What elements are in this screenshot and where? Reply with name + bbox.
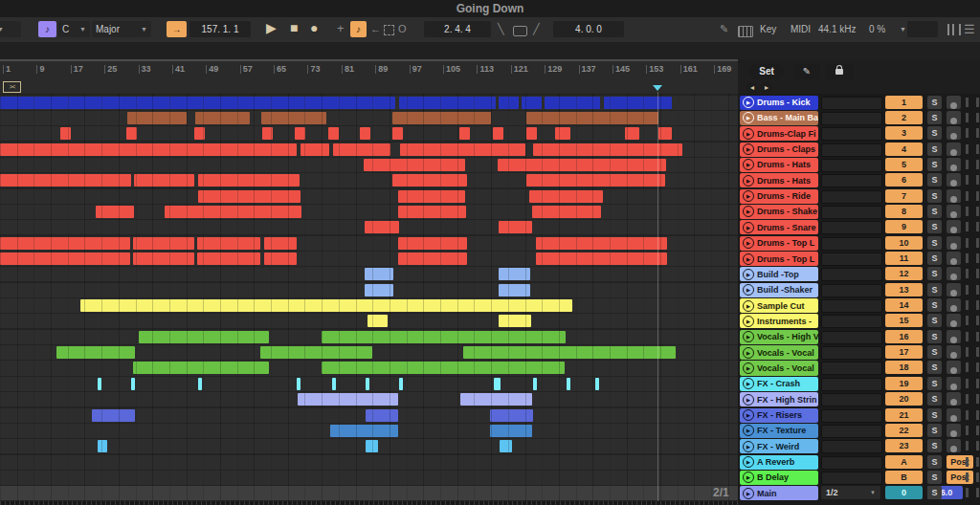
arm-button[interactable] [947,298,961,312]
track-title-11[interactable]: ▶Drums - Top L [740,252,818,266]
clip[interactable] [595,378,599,390]
track-lane-build-top[interactable] [0,267,738,281]
clip[interactable] [392,112,491,124]
track-title-20[interactable]: ▶FX - High Strin [740,392,818,406]
arm-button[interactable] [947,236,961,250]
track-number-badge[interactable]: 12 [885,267,923,280]
clip[interactable] [366,440,378,452]
ruler-bar-label[interactable]: 97 [410,65,422,74]
track-title-10[interactable]: ▶Drums - Top L [740,236,818,251]
solo-button[interactable]: S [927,298,942,312]
arm-button[interactable] [947,189,961,203]
track-number-badge[interactable]: 9 [885,220,923,233]
ruler-bar-label[interactable]: 169 [714,65,731,74]
solo-button[interactable]: S [927,96,942,109]
clip[interactable] [96,206,134,218]
track-title-15[interactable]: ▶Instruments - [740,314,818,328]
arm-button[interactable] [947,96,961,109]
clip[interactable] [197,237,260,250]
clip[interactable] [0,252,130,265]
track-title-A[interactable]: ▶A Reverb [740,455,818,470]
capture-midi-button[interactable]: O [398,23,407,34]
clip[interactable] [131,378,135,390]
clip[interactable] [366,378,369,390]
midi-overdub-toggle[interactable]: ♪ [350,21,367,37]
arm-button[interactable] [947,252,961,265]
clip[interactable] [526,112,658,124]
track-lane-fx-texture[interactable] [0,424,738,438]
clip[interactable] [194,127,205,140]
solo-button[interactable]: S [927,283,942,296]
ruler-bar-label[interactable]: 25 [104,65,117,74]
track-lane-main[interactable] [0,486,738,500]
track-lane-drums-snare[interactable] [0,220,738,234]
ruler-bar-label[interactable]: 1 [3,65,11,74]
clip[interactable] [260,346,372,359]
track-number-badge[interactable]: A [885,455,923,469]
track-title-1[interactable]: ▶Drums - Kick [740,96,818,110]
clip[interactable] [493,127,503,140]
clip[interactable] [133,362,269,374]
prev-marker-button[interactable]: ◂ [746,82,758,94]
track-lane-vocals-vocal[interactable] [0,345,738,360]
solo-button[interactable]: S [927,345,942,359]
ruler-bar-label[interactable]: 161 [680,65,698,74]
marker-draw-button[interactable]: ✎ [793,64,820,79]
loop-start-display[interactable]: 2. 4. 4 [424,21,491,37]
loop-brace-icon[interactable]: >< [3,81,21,93]
clip[interactable] [365,268,393,280]
clip[interactable] [264,237,297,250]
clip[interactable] [127,112,187,124]
clip[interactable] [98,378,101,390]
clip[interactable] [398,206,466,218]
follow-toggle[interactable]: → [167,21,187,37]
arm-button[interactable] [947,267,961,280]
track-number-badge[interactable]: 4 [885,143,923,156]
track-lane-drums-claps[interactable] [0,143,738,157]
clip[interactable] [567,378,570,390]
ruler-bar-label[interactable]: 65 [274,65,286,74]
track-title-17[interactable]: ▶Vocals - Vocal [740,345,818,360]
clip[interactable] [80,299,572,312]
ruler-bar-label[interactable]: 17 [71,65,83,74]
track-title-18[interactable]: ▶Vocals - Vocal [740,361,818,375]
solo-button[interactable]: S [927,392,942,406]
track-lane-vocals-high-v[interactable] [0,330,738,344]
lock-button[interactable] [826,64,853,79]
clip[interactable] [536,237,667,250]
track-number-badge[interactable]: 5 [885,158,923,171]
clip[interactable] [658,127,672,140]
track-number-badge[interactable]: 8 [885,205,923,218]
clip[interactable] [322,362,565,374]
track-lane-instruments-[interactable] [0,314,738,328]
solo-button[interactable]: S [927,455,942,469]
clip[interactable] [499,268,530,280]
arm-button[interactable] [947,361,961,374]
clip[interactable] [526,174,665,187]
arm-button[interactable] [947,439,961,452]
clip[interactable] [197,252,260,265]
clip[interactable] [399,97,496,109]
arm-button[interactable] [947,220,961,233]
main-meter-box[interactable]: 0 [885,486,923,499]
clip[interactable] [56,346,135,359]
beat-time-ruler[interactable]: 1917253341495765738189971051131211291371… [0,61,738,95]
clip[interactable] [604,97,672,109]
scale-mode-toggle[interactable]: ♪ [38,21,56,37]
clip[interactable] [198,378,202,390]
clip[interactable] [533,378,537,390]
arm-button[interactable] [947,345,961,359]
clip[interactable] [198,190,301,203]
clip[interactable] [139,331,269,343]
overview-strip[interactable] [0,501,738,505]
add-track-button[interactable]: + [337,21,345,35]
ruler-bar-label[interactable]: 9 [36,65,44,74]
clip[interactable] [92,409,135,422]
clip[interactable] [463,346,676,359]
solo-button[interactable]: S [927,126,942,140]
track-title-22[interactable]: ▶FX - Texture [740,424,818,438]
solo-button[interactable]: S [927,111,942,124]
track-number-badge[interactable]: 13 [885,283,923,296]
arm-button[interactable] [947,173,961,187]
track-title-9[interactable]: ▶Drums - Snare [740,220,818,234]
